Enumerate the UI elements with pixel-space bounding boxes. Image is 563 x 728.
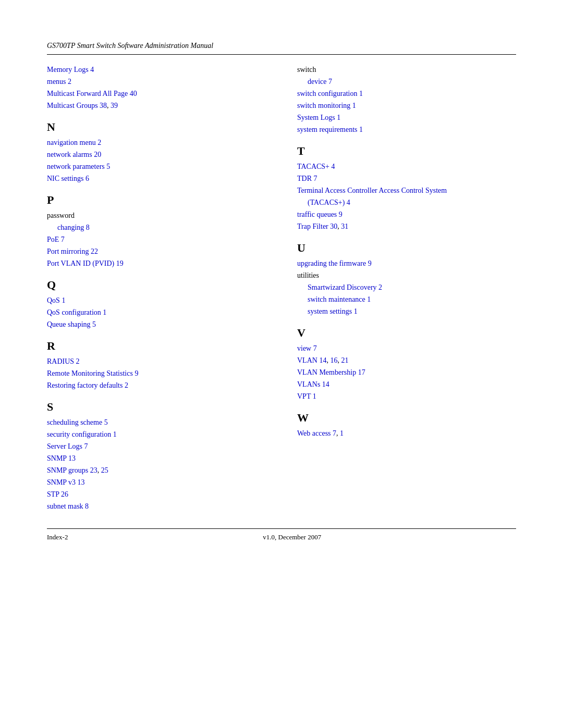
network-parameters-link[interactable]: network parameters 5	[47, 163, 110, 170]
snmp-groups-link[interactable]: SNMP groups 23	[47, 466, 97, 474]
list-item: VLAN 14, 16, 21	[297, 355, 516, 366]
list-item: upgrading the firmware 9	[297, 258, 516, 269]
s-section-entries: scheduling scheme 5 security configurati…	[47, 417, 266, 512]
list-item: scheduling scheme 5	[47, 417, 266, 428]
traffic-queues-link[interactable]: traffic queues 9	[297, 211, 342, 218]
subnet-mask-link[interactable]: subnet mask 8	[47, 502, 89, 510]
list-item: Port mirroring 22	[47, 246, 266, 257]
poe-link[interactable]: PoE 7	[47, 236, 65, 243]
list-item: STP 26	[47, 489, 266, 500]
system-settings-link[interactable]: system settings 1	[308, 307, 358, 315]
r-section-entries: RADIUS 2 Remote Monitoring Statistics 9 …	[47, 356, 266, 391]
n-section-entries: navigation menu 2 network alarms 20 netw…	[47, 137, 266, 184]
page-header: GS700TP Smart Switch Software Administra…	[47, 42, 516, 55]
trap-filter-link[interactable]: Trap Filter 30	[297, 223, 337, 230]
multicast-groups-link[interactable]: Multicast Groups 38	[47, 102, 107, 109]
switch-monitoring-link[interactable]: switch monitoring 1	[297, 102, 356, 109]
list-item: security configuration 1	[47, 429, 266, 440]
section-r: R	[47, 339, 266, 353]
web-access-link[interactable]: Web access 7	[297, 429, 336, 437]
switch-config-link[interactable]: switch configuration 1	[297, 90, 363, 97]
password-label: password	[47, 212, 75, 219]
list-item: subnet mask 8	[47, 501, 266, 512]
vlans-link[interactable]: VLANs 14	[297, 380, 329, 388]
vlan-link3[interactable]: 21	[341, 356, 348, 364]
port-mirroring-link[interactable]: Port mirroring 22	[47, 248, 98, 255]
list-item: SNMP v3 13	[47, 477, 266, 488]
upgrading-link[interactable]: upgrading the firmware 9	[297, 260, 372, 267]
smartwizard-link[interactable]: Smartwizard Discovery 2	[308, 283, 382, 291]
list-item: Trap Filter 30, 31	[297, 221, 516, 232]
list-item: SNMP 13	[47, 453, 266, 464]
snmp-v3-link[interactable]: SNMP v3 13	[47, 478, 85, 486]
list-item: Smartwizard Discovery 2	[297, 282, 516, 293]
snmp-groups-link2[interactable]: 25	[101, 466, 108, 474]
switch-label: switch	[297, 66, 316, 73]
switch-section-entries: switch device 7 switch configuration 1 s…	[297, 64, 516, 135]
list-item: Multicast Groups 38, 39	[47, 100, 266, 111]
stp-link[interactable]: STP 26	[47, 490, 68, 498]
view-link[interactable]: view 7	[297, 344, 317, 352]
section-n: N	[47, 120, 266, 134]
t-section-entries: TACACS+ 4 TDR 7 Terminal Access Controll…	[297, 161, 516, 232]
list-item: utilities	[297, 270, 516, 281]
system-requirements-link[interactable]: system requirements 1	[297, 126, 363, 133]
index-content: Memory Logs 4 menus 2 Multicast Forward …	[47, 64, 516, 513]
snmp-link[interactable]: SNMP 13	[47, 454, 76, 462]
trap-filter-link2[interactable]: 31	[341, 223, 348, 230]
qos-config-link[interactable]: QoS configuration 1	[47, 309, 106, 316]
list-item: TDR 7	[297, 173, 516, 184]
memory-logs-link[interactable]: Memory Logs 4	[47, 66, 94, 73]
section-t: T	[297, 144, 516, 158]
network-alarms-link[interactable]: network alarms 20	[47, 151, 101, 158]
section-w: W	[297, 411, 516, 425]
system-logs-link[interactable]: System Logs 1	[297, 114, 340, 121]
radius-link[interactable]: RADIUS 2	[47, 357, 80, 365]
switch-maintenance-link[interactable]: switch maintenance 1	[308, 295, 371, 303]
navigation-menu-link[interactable]: navigation menu 2	[47, 139, 101, 146]
port-vlan-link[interactable]: Port VLAN ID (PVID) 19	[47, 260, 124, 267]
remote-monitoring-link[interactable]: Remote Monitoring Statistics 9	[47, 369, 138, 377]
nic-settings-link[interactable]: NIC settings 6	[47, 175, 89, 182]
tacacs-link[interactable]: TACACS+ 4	[297, 163, 335, 170]
vpt-link[interactable]: VPT 1	[297, 392, 316, 400]
list-item: Server Logs 7	[47, 441, 266, 452]
queue-shaping-link[interactable]: Queue shaping 5	[47, 320, 96, 328]
list-item: Web access 7, 1	[297, 428, 516, 439]
restoring-defaults-link[interactable]: Restoring factory defaults 2	[47, 381, 128, 389]
page-footer: Index-2 v1.0, December 2007	[47, 528, 516, 541]
w-section-entries: Web access 7, 1	[297, 428, 516, 439]
list-item: QoS 1	[47, 295, 266, 306]
vlan-link[interactable]: VLAN 14	[297, 356, 326, 364]
scheduling-link[interactable]: scheduling scheme 5	[47, 418, 108, 426]
changing-link[interactable]: changing 8	[57, 224, 90, 231]
multicast-groups-link2[interactable]: 39	[111, 102, 118, 109]
security-config-link[interactable]: security configuration 1	[47, 430, 117, 438]
list-item: navigation menu 2	[47, 137, 266, 148]
list-item: traffic queues 9	[297, 209, 516, 220]
list-item: Terminal Access Controller Access Contro…	[297, 185, 516, 196]
list-item: menus 2	[47, 76, 266, 87]
vlan-membership-link[interactable]: VLAN Membership 17	[297, 368, 365, 376]
list-item: network parameters 5	[47, 161, 266, 172]
list-item: device 7	[297, 76, 516, 87]
web-access-link2[interactable]: 1	[340, 429, 344, 437]
menus-link[interactable]: menus 2	[47, 78, 71, 85]
right-column: switch device 7 switch configuration 1 s…	[297, 64, 516, 513]
p-section-entries: password changing 8 PoE 7 Port mirroring…	[47, 210, 266, 269]
list-item: switch maintenance 1	[297, 294, 516, 305]
vlan-link2[interactable]: 16	[330, 356, 337, 364]
device-link[interactable]: device 7	[308, 78, 332, 85]
tacacs-plus-link[interactable]: (TACACS+) 4	[308, 199, 350, 206]
tdr-link[interactable]: TDR 7	[297, 175, 317, 182]
list-item: QoS configuration 1	[47, 307, 266, 318]
multicast-forward-link[interactable]: Multicast Forward All Page 40	[47, 90, 137, 97]
list-item: Memory Logs 4	[47, 64, 266, 75]
qos-link[interactable]: QoS 1	[47, 297, 65, 304]
list-item: RADIUS 2	[47, 356, 266, 367]
tacacs-full-link[interactable]: Terminal Access Controller Access Contro…	[297, 187, 447, 194]
q-section-entries: QoS 1 QoS configuration 1 Queue shaping …	[47, 295, 266, 330]
section-v: V	[297, 326, 516, 340]
list-item: view 7	[297, 343, 516, 354]
server-logs-link[interactable]: Server Logs 7	[47, 442, 88, 450]
